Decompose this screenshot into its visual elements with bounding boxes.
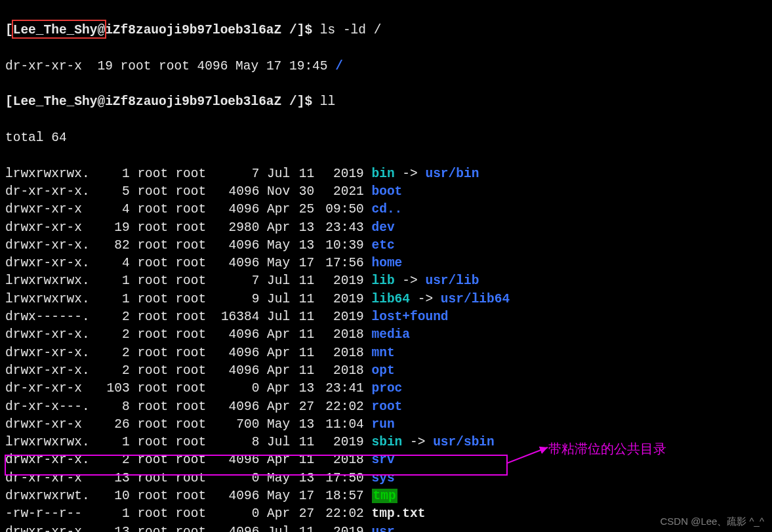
list-item: drwxr-xr-x. 13 rootroot4096 Jul11 2019 u… bbox=[5, 523, 767, 532]
list-item: drwxr-xr-x. 2 rootroot4096 Apr11 2018 op… bbox=[5, 362, 767, 380]
file-name: lib bbox=[372, 274, 395, 288]
file-name: media bbox=[372, 327, 411, 342]
list-item: drwxr-xr-x. 82 rootroot4096 May13 10:39 … bbox=[5, 237, 767, 255]
list-item: drwxr-xr-x. 2 rootroot4096 Apr11 2018 me… bbox=[5, 326, 767, 344]
file-name: opt bbox=[372, 363, 395, 378]
list-item: lrwxrwxrwx. 1 rootroot7 Jul11 2019 lib -… bbox=[5, 272, 767, 290]
file-name: proc bbox=[372, 381, 403, 396]
file-name: lib64 bbox=[372, 292, 411, 306]
file-name: sys bbox=[372, 471, 395, 485]
list-item: dr-xr-x---. 8 rootroot4096 Apr27 22:02 r… bbox=[5, 398, 767, 416]
list-item: drwxr-xr-x 19 rootroot2980 Apr13 23:43 d… bbox=[5, 219, 767, 237]
file-name: dev bbox=[372, 220, 395, 235]
prompt-line-2: [Lee_The_Shy@iZf8zauoji9b97loeb3l6aZ /]$… bbox=[5, 93, 767, 111]
file-name: tmp.txt bbox=[372, 506, 426, 521]
file-name: boot bbox=[372, 184, 403, 199]
file-name: srv bbox=[372, 453, 395, 467]
lsld-output: dr-xr-xr-x 19 root root 4096 May 17 19:4… bbox=[5, 58, 767, 75]
file-name: tmp bbox=[372, 489, 397, 503]
list-item: -rw-r--r-- 1 rootroot0 Apr27 22:02 tmp.t… bbox=[5, 505, 767, 523]
list-item: drwx------. 2 rootroot16384 Jul11 2019 l… bbox=[5, 308, 767, 326]
symlink-target: usr/lib64 bbox=[441, 292, 510, 306]
file-name: usr bbox=[372, 525, 395, 532]
symlink-target: usr/bin bbox=[425, 167, 479, 181]
file-name: lost+found bbox=[372, 310, 449, 324]
list-item: drwxr-xr-x 26 rootroot700 May13 11:04 ru… bbox=[5, 416, 767, 434]
symlink-target: usr/sbin bbox=[433, 435, 495, 449]
prompt-line-1: [Lee_The_Shy@iZf8zauoji9b97loeb3l6aZ /]$… bbox=[5, 22, 767, 39]
terminal-output[interactable]: [Lee_The_Shy@iZf8zauoji9b97loeb3l6aZ /]$… bbox=[0, 0, 772, 532]
file-name: sbin bbox=[372, 435, 403, 449]
list-item: lrwxrwxrwx. 1 rootroot7 Jul11 2019 bin -… bbox=[5, 165, 767, 183]
symlink-target: usr/lib bbox=[425, 274, 479, 288]
file-name: etc bbox=[372, 238, 395, 253]
list-item: dr-xr-xr-x. 5 rootroot4096 Nov30 2021 bo… bbox=[5, 183, 767, 201]
file-name: home bbox=[372, 256, 403, 270]
list-item: drwxr-xr-x. 4 rootroot4096 May17 17:56 h… bbox=[5, 255, 767, 272]
file-name: root bbox=[372, 399, 403, 414]
file-name: run bbox=[372, 417, 395, 432]
list-item: dr-xr-xr-x 13 rootroot0 May13 17:50 sys bbox=[5, 470, 767, 487]
list-item: lrwxrwxrwx. 1 rootroot9 Jul11 2019 lib64… bbox=[5, 291, 767, 308]
list-item: lrwxrwxrwx. 1 rootroot8 Jul11 2019 sbin … bbox=[5, 434, 767, 451]
file-name: bin bbox=[372, 167, 395, 181]
list-item: drwxrwxrwt. 10 rootroot4096 May17 18:57 … bbox=[5, 487, 767, 505]
list-item: dr-xr-xr-x 103 rootroot0 Apr13 23:41 pro… bbox=[5, 380, 767, 398]
ll-listing: lrwxrwxrwx. 1 rootroot7 Jul11 2019 bin -… bbox=[5, 165, 767, 532]
file-name: cd.. bbox=[372, 202, 403, 216]
list-item: drwxr-xr-x. 2 rootroot4096 Apr11 2018 sr… bbox=[5, 451, 767, 469]
list-item: drwxr-xr-x. 2 rootroot4096 Apr11 2018 mn… bbox=[5, 344, 767, 362]
list-item: drwxr-xr-x 4 rootroot4096 Apr25 09:50 cd… bbox=[5, 201, 767, 218]
total-line: total 64 bbox=[5, 129, 767, 147]
file-name: mnt bbox=[372, 346, 395, 360]
